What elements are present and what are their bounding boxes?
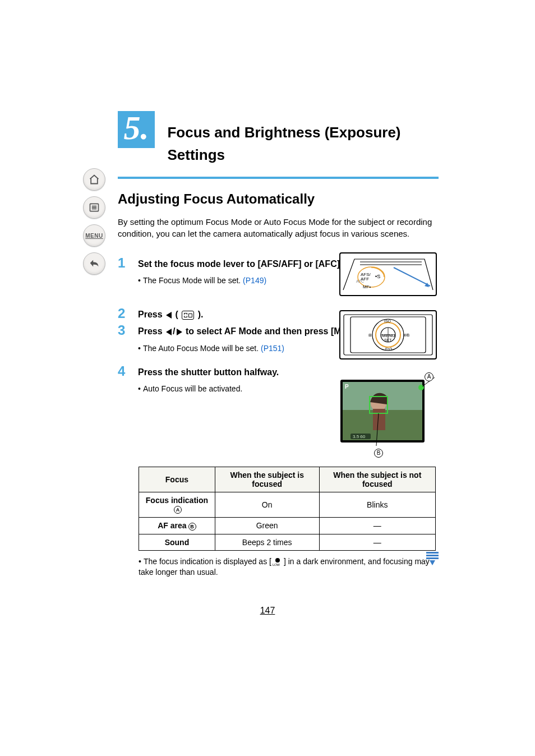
page-link-p151[interactable]: (P151)	[261, 344, 284, 353]
step-number: 2	[118, 307, 130, 321]
svg-rect-25	[373, 409, 385, 430]
callout-a: A	[425, 372, 433, 381]
step-title: Press the shutter button halfway.	[138, 367, 279, 377]
focus-table-wrap: Focus When the subject is focused When t…	[139, 467, 436, 578]
svg-rect-33	[426, 552, 439, 554]
chapter-rule	[118, 177, 439, 179]
callout-b: B	[374, 449, 383, 458]
step-number: 3	[118, 324, 130, 362]
list-icon	[89, 202, 100, 213]
step-title: Set the focus mode lever to [AFS/AFF] or…	[138, 259, 342, 269]
svg-rect-34	[426, 555, 439, 556]
table-header: Focus	[139, 467, 215, 492]
figure-rear-dial: ISO ⊞ WB Fn3 MENU SET	[339, 310, 437, 359]
svg-text:P: P	[345, 384, 349, 390]
step-title-suffix: ).	[195, 310, 203, 319]
svg-text:•S: •S	[375, 274, 380, 279]
table-row: AF areaB Green —	[139, 518, 436, 534]
step-number: 1	[118, 256, 130, 294]
svg-text:MENU: MENU	[382, 333, 395, 338]
af-area-icon	[182, 311, 194, 320]
figure-focus-lever: AFS/ AFF •S MF• AFC	[339, 252, 437, 296]
section-title: Adjusting Focus Automatically	[118, 191, 439, 207]
left-arrow-icon	[166, 329, 172, 335]
table-header: When the subject is focused	[215, 467, 319, 492]
page-number: 147	[0, 606, 535, 616]
svg-text:AFC: AFC	[356, 279, 364, 283]
low-focus-icon	[273, 558, 283, 566]
step-title-prefix: Press	[138, 326, 165, 336]
step-title-mid: (	[173, 310, 181, 319]
table-footnote: •The focus indication is displayed as []…	[139, 556, 436, 578]
menu-button[interactable]: MENU	[83, 224, 105, 247]
toc-button[interactable]	[83, 196, 105, 219]
figure-lcd-preview: P 3.5 60	[339, 375, 437, 447]
left-arrow-icon	[166, 312, 172, 319]
chapter-number: 5.	[118, 111, 155, 148]
focus-table: Focus When the subject is focused When t…	[139, 467, 436, 551]
chapter-title: Focus and Brightness (Exposure) Settings	[167, 111, 431, 167]
svg-text:WB: WB	[403, 333, 410, 337]
svg-rect-35	[426, 557, 439, 559]
menu-label: MENU	[85, 233, 103, 239]
table-row: Focus indicationA On Blinks	[139, 492, 436, 518]
home-icon	[89, 174, 100, 185]
svg-text:Fn3: Fn3	[385, 347, 392, 351]
back-arrow-icon	[88, 257, 100, 270]
step-number: 4	[118, 365, 130, 403]
svg-text:3.5 60: 3.5 60	[353, 434, 366, 439]
step-title-prefix: Press	[138, 310, 165, 319]
chapter-header: 5. Focus and Brightness (Exposure) Setti…	[118, 111, 439, 179]
page-link-p149[interactable]: (P149)	[243, 276, 266, 285]
svg-text:ISO: ISO	[384, 319, 391, 323]
svg-text:MF•: MF•	[363, 284, 371, 289]
svg-text:SET: SET	[384, 338, 392, 342]
home-button[interactable]	[83, 168, 105, 191]
table-header: When the subject is not focused	[319, 467, 435, 492]
sidebar-nav: MENU	[83, 168, 105, 275]
back-button[interactable]	[83, 252, 105, 275]
svg-text:⊞: ⊞	[368, 333, 372, 337]
continue-icon	[425, 552, 440, 565]
section-intro: By setting the optimum Focus Mode or Aut…	[118, 216, 439, 239]
table-row: Sound Beeps 2 times —	[139, 534, 436, 550]
right-arrow-icon	[177, 329, 182, 335]
